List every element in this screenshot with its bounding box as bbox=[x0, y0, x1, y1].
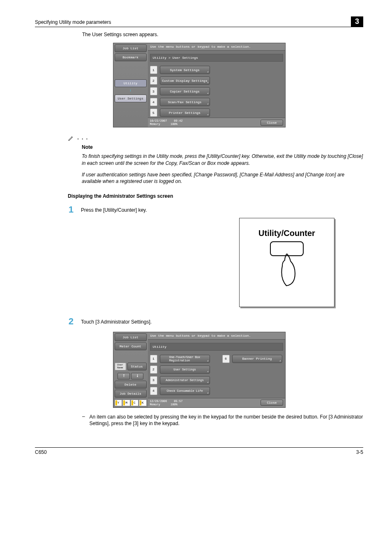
footer-mem-label: Memory bbox=[150, 123, 160, 126]
user-settings-screen: Job List Bookmark Utility ↓ User Setting… bbox=[113, 43, 286, 127]
menu-number: 3 bbox=[150, 87, 157, 95]
utility-screen: Job List Meter Count User Name Status 🠕 … bbox=[113, 332, 286, 408]
close-button[interactable]: Close bbox=[261, 120, 283, 126]
toner-level-c: C bbox=[131, 400, 138, 406]
status-button[interactable]: Status bbox=[127, 363, 147, 370]
scroll-up-icon[interactable]: 🠕 bbox=[118, 373, 130, 379]
note-p2: If user authentication settings have bee… bbox=[82, 171, 363, 185]
job-list-tab[interactable]: Job List bbox=[115, 44, 147, 52]
instruction-text: Use the menu buttons or keypad to make a… bbox=[148, 332, 285, 340]
step-number-2: 2 bbox=[65, 317, 74, 327]
menu-item-button[interactable]: System Settings bbox=[160, 66, 210, 74]
menu-item-button[interactable]: Custom Display Settings bbox=[160, 76, 210, 85]
delete-button[interactable]: Delete bbox=[115, 381, 147, 388]
intro-text: The User Settings screen appears. bbox=[82, 31, 363, 38]
running-head: Specifying Utility mode parameters bbox=[35, 19, 111, 25]
footer-left: C650 bbox=[35, 449, 47, 455]
note-p1: To finish specifying settings in the Uti… bbox=[82, 153, 363, 166]
toner-level-y: Y bbox=[115, 400, 122, 406]
menu-item-button[interactable]: Printer Settings bbox=[160, 109, 210, 117]
menu-number: 3 bbox=[150, 376, 157, 384]
section-heading: Displaying the Administrator Settings sc… bbox=[68, 193, 363, 199]
step1-text: Press the [Utility/Counter] key. bbox=[81, 207, 363, 213]
pencil-icon bbox=[68, 135, 77, 141]
footer-time: 09:42 bbox=[174, 119, 182, 123]
breadcrumb: Utility bbox=[150, 343, 283, 351]
menu-number: 2 bbox=[150, 76, 157, 85]
menu-number: 4 bbox=[150, 387, 157, 395]
step2-note: An item can also be selected by pressing… bbox=[90, 414, 364, 427]
bookmark-tab[interactable]: Bookmark bbox=[115, 53, 147, 61]
footer-mem-val: 100% bbox=[171, 123, 178, 126]
instruction-text: Use the menu buttons or keypad to make a… bbox=[148, 43, 285, 51]
user-name-chip: User Name bbox=[115, 363, 126, 370]
dash-bullet: – bbox=[82, 414, 85, 427]
step2-text: Touch [3 Administrator Settings]. bbox=[81, 319, 152, 325]
hand-icon bbox=[272, 254, 301, 287]
toner-level-k: K bbox=[139, 400, 147, 406]
footer-date: 10/22/2007 bbox=[150, 119, 167, 123]
menu-item-button[interactable]: User Settings bbox=[160, 365, 210, 374]
meter-count-button[interactable]: Meter Count bbox=[115, 342, 147, 350]
chapter-badge: 3 bbox=[351, 16, 363, 27]
user-settings-tab[interactable]: User Settings bbox=[115, 95, 147, 102]
step-number-1: 1 bbox=[65, 205, 74, 215]
hardware-button-icon bbox=[270, 241, 304, 256]
utility-counter-key-illustration: Utility/Counter bbox=[239, 218, 334, 307]
utility-tab[interactable]: Utility bbox=[115, 79, 147, 87]
footer-mem-val: 100% bbox=[171, 403, 178, 406]
footer-mem-label: Memory bbox=[150, 403, 160, 406]
menu-number: 5 bbox=[150, 109, 157, 117]
menu-item-button[interactable]: Administrator Settings bbox=[160, 376, 210, 384]
menu-number: 1 bbox=[150, 355, 157, 363]
menu-item-button[interactable]: Banner Printing bbox=[232, 355, 282, 363]
menu-item-button[interactable]: Copier Settings bbox=[160, 87, 210, 95]
menu-item-button[interactable]: Check Consumable Life bbox=[160, 387, 210, 395]
menu-number: 6 bbox=[222, 355, 230, 363]
scroll-down-icon[interactable]: 🠗 bbox=[131, 373, 143, 379]
footer-date: 12/28/2006 bbox=[150, 400, 167, 403]
menu-number: 2 bbox=[150, 365, 157, 374]
breadcrumb: Utility > User Settings bbox=[150, 54, 283, 62]
key-label: Utility/Counter bbox=[258, 229, 315, 238]
down-arrow-icon: ↓ bbox=[115, 88, 147, 93]
job-details-button[interactable]: Job Details bbox=[115, 390, 147, 398]
menu-number: 1 bbox=[150, 66, 157, 74]
close-button[interactable]: Close bbox=[261, 400, 283, 406]
footer-time: 05:57 bbox=[174, 400, 182, 403]
menu-item-button[interactable]: One-Touch/User Box Registration bbox=[160, 355, 210, 363]
note-dots: . . . bbox=[77, 135, 88, 141]
note-heading: Note bbox=[82, 144, 363, 150]
menu-item-button[interactable]: Scan/Fax Settings bbox=[160, 98, 210, 106]
job-list-tab[interactable]: Job List bbox=[115, 333, 147, 341]
toner-level-m: M bbox=[122, 400, 130, 406]
footer-right: 3-5 bbox=[356, 449, 363, 455]
menu-number: 4 bbox=[150, 98, 157, 106]
